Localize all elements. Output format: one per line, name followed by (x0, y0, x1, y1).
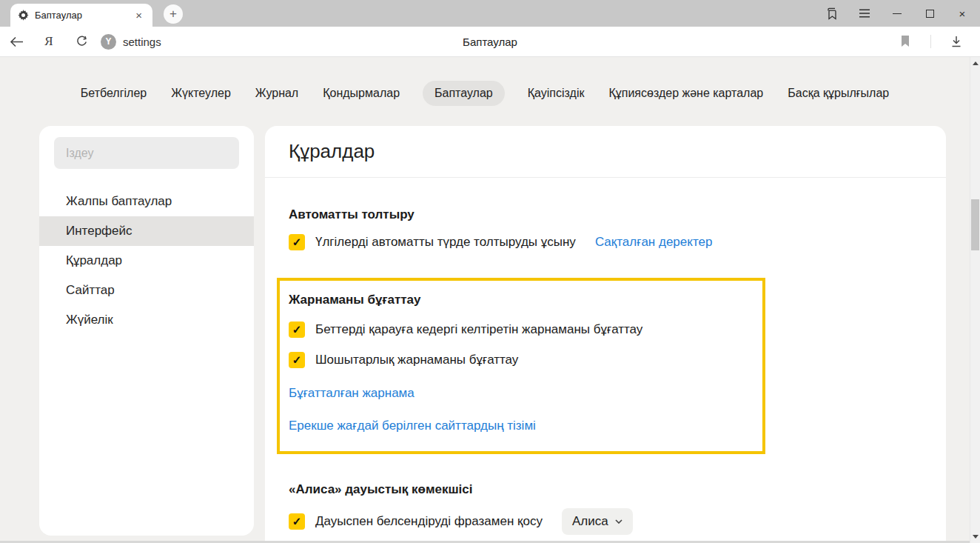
sidebar-item-general[interactable]: Жалпы баптаулар (39, 187, 254, 216)
scrollbar-down-arrow-icon[interactable] (973, 535, 979, 539)
protect-badge-icon[interactable]: Y (101, 34, 116, 50)
sidebar-item-tools[interactable]: Құралдар (39, 246, 254, 276)
tab-panels-icon[interactable] (816, 0, 848, 27)
window-tab-strip: Баптаулар × + × (0, 0, 980, 27)
tab-close-icon[interactable]: × (132, 8, 145, 22)
nav-tab-downloads[interactable]: Жүктеулер (170, 81, 232, 106)
yandex-logo-icon[interactable]: Я (33, 27, 65, 56)
adblock-shocking-checkbox[interactable]: ✓ (289, 352, 305, 368)
nav-tab-extensions[interactable]: Қондырмалар (321, 81, 401, 106)
bookmark-icon[interactable] (889, 27, 922, 56)
browser-toolbar: Баптаулар Я Y settings (0, 27, 980, 57)
nav-tab-settings[interactable]: Баптаулар (423, 81, 505, 106)
tab-title: Баптаулар (35, 10, 132, 21)
blocked-ads-link[interactable]: Бұғатталған жарнама (289, 386, 415, 400)
window-close-button[interactable]: × (946, 0, 979, 27)
alice-checkbox-label: Дауыспен белсендіруді фразамен қосу (315, 514, 543, 529)
nav-tab-history[interactable]: Журнал (254, 81, 300, 106)
chevron-down-icon (615, 519, 622, 524)
alice-dropdown-value: Алиса (572, 514, 608, 529)
autofill-heading: Автоматты толтыру (289, 207, 922, 222)
adblock-shocking-label: Шошытарлық жарнаманы бұғаттау (315, 353, 518, 367)
nav-tab-passwords[interactable]: Құпиясөздер және карталар (607, 81, 765, 106)
page-scrollbar[interactable] (970, 57, 980, 543)
new-tab-button[interactable]: + (164, 4, 183, 24)
downloads-icon[interactable] (940, 27, 973, 56)
settings-nav-tabs: Бетбелгілер Жүктеулер Журнал Қондырмалар… (0, 81, 970, 106)
window-minimize-button[interactable] (881, 0, 913, 27)
gear-icon (18, 10, 29, 21)
sidebar-item-system[interactable]: Жүйелік (39, 305, 254, 335)
back-button[interactable] (0, 27, 33, 56)
autofill-checkbox-label: Үлгілерді автоматты түрде толтыруды ұсын… (315, 235, 576, 250)
adblock-disruptive-label: Беттерді қарауға кедергі келтіретін жарн… (315, 322, 642, 337)
scrollbar-up-arrow-icon[interactable] (973, 61, 979, 65)
alice-voice-checkbox[interactable]: ✓ (289, 513, 305, 530)
settings-sidebar: Жалпы баптаулар Интерфейс Құралдар Сайтт… (39, 126, 254, 536)
adblock-highlight-box: Жарнаманы бұғаттау ✓ Беттерді қарауға ке… (277, 278, 765, 454)
saved-data-link[interactable]: Сақталған деректер (595, 235, 713, 250)
adblock-disruptive-checkbox[interactable]: ✓ (289, 322, 305, 338)
search-input[interactable] (54, 137, 239, 169)
browser-tab-settings[interactable]: Баптаулар × (10, 4, 152, 27)
scrollbar-thumb[interactable] (971, 199, 979, 250)
settings-main-panel: Құралдар Автоматты толтыру ✓ Үлгілерді а… (265, 126, 946, 543)
exception-sites-link[interactable]: Ерекше жағдай берілген сайттардың тізімі (289, 419, 536, 433)
nav-tab-bookmarks[interactable]: Бетбелгілер (79, 81, 148, 106)
menu-hamburger-icon[interactable] (848, 0, 881, 27)
adblock-heading: Жарнаманы бұғаттау (289, 293, 754, 307)
url-text[interactable]: settings (123, 36, 161, 48)
alice-heading: «Алиса» дауыстық көмекшісі (289, 482, 922, 497)
alice-phrase-dropdown[interactable]: Алиса (562, 508, 633, 535)
autofill-checkbox[interactable]: ✓ (289, 234, 305, 250)
nav-tab-security[interactable]: Қауіпсіздік (526, 81, 586, 106)
window-maximize-button[interactable] (913, 0, 946, 27)
nav-tab-other-devices[interactable]: Басқа құрылғылар (786, 81, 890, 106)
reload-button[interactable] (65, 27, 98, 56)
toolbar-separator (930, 35, 931, 48)
sidebar-item-interface[interactable]: Интерфейс (39, 216, 254, 246)
page-title: Құралдар (265, 126, 946, 178)
sidebar-item-sites[interactable]: Сайттар (39, 276, 254, 305)
